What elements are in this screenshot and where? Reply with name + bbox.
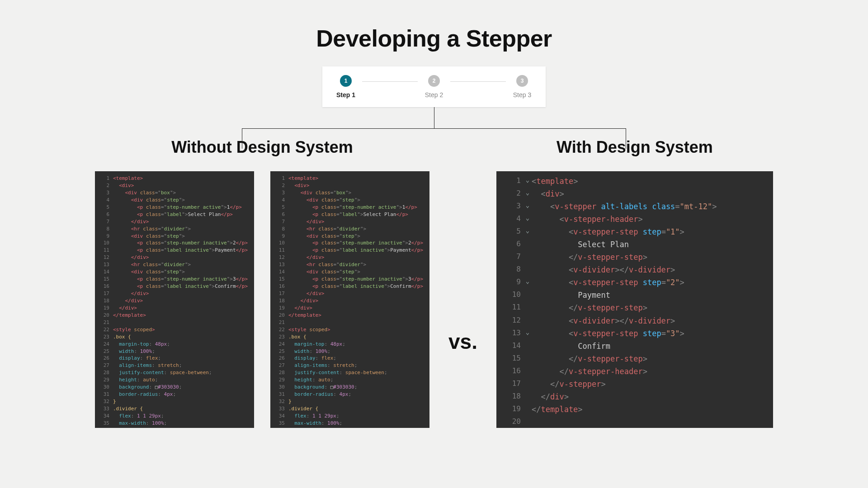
code-content: <p class="step-number inactive">3</p> <box>113 276 248 283</box>
line-number: 21 <box>95 319 113 326</box>
line-number: 8 <box>95 225 113 233</box>
code-content: display: flex; <box>288 355 336 362</box>
code-content: <v-stepper alt-labels class="mt-12"> <box>532 200 717 213</box>
line-number: 17 <box>496 378 524 390</box>
code-content: </div> <box>113 218 149 225</box>
step-label: Step 3 <box>513 91 531 99</box>
line-number: 35 <box>270 420 288 427</box>
code-line: 3⌄ <v-stepper alt-labels class="mt-12"> <box>496 200 773 213</box>
code-content: <div class="box"> <box>113 189 176 197</box>
code-content: margin-top: 48px; <box>288 341 345 348</box>
code-content: <div> <box>113 182 134 189</box>
code-line: 24 margin-top: 48px; <box>270 341 429 348</box>
code-content: <p class="label">Select Plan</p> <box>288 211 408 218</box>
code-line: 3 <div class="box"> <box>270 189 429 197</box>
line-number: 7 <box>95 218 113 225</box>
line-number: 20 <box>496 416 524 427</box>
code-editor-without-2: 1<template>2 <div>3 <div class="box">4 <… <box>270 171 429 428</box>
line-number: 21 <box>270 319 288 326</box>
line-number: 32 <box>270 398 288 405</box>
code-content: </template> <box>532 403 583 416</box>
code-line: 4⌄ <v-stepper-header> <box>496 213 773 225</box>
code-content: .divider { <box>288 405 318 413</box>
line-number: 11 <box>496 301 524 314</box>
line-number: 1 <box>95 175 113 182</box>
code-line: 16 </v-stepper-header> <box>496 365 773 378</box>
code-line: 6 <p class="label">Select Plan</p> <box>95 211 254 218</box>
code-line: 23.box { <box>270 333 429 341</box>
line-number: 33 <box>270 405 288 413</box>
line-number: 4 <box>496 213 524 225</box>
line-number: 25 <box>270 348 288 355</box>
code-content: <p class="step-number inactive">2</p> <box>113 239 248 247</box>
code-content: background: □#303030; <box>113 384 182 391</box>
code-line: 18 </div> <box>270 297 429 305</box>
fold-icon <box>524 390 532 403</box>
line-number: 26 <box>95 355 113 362</box>
with-column: With Design System 1⌄<template>2⌄ <div>3… <box>496 138 773 428</box>
code-line: 2 <div> <box>270 182 429 189</box>
code-content: <div class="box"> <box>288 189 351 197</box>
line-number: 33 <box>95 405 113 413</box>
code-editor-with: 1⌄<template>2⌄ <div>3⌄ <v-stepper alt-la… <box>496 171 773 428</box>
code-line: 9 <div class="step"> <box>270 233 429 240</box>
step-label: Step 2 <box>425 91 443 99</box>
line-number: 14 <box>270 268 288 276</box>
line-number: 18 <box>496 390 524 403</box>
code-content: <v-stepper-header> <box>532 213 643 225</box>
step-circle: 1 <box>340 75 352 87</box>
line-number: 3 <box>496 200 524 213</box>
line-number: 10 <box>270 239 288 247</box>
code-content: <hr class="divider"> <box>288 261 366 268</box>
code-line: 29 height: auto; <box>95 376 254 384</box>
code-content: </div> <box>113 297 143 305</box>
line-number: 5 <box>270 204 288 211</box>
code-line: 28 justify-content: space-between; <box>270 369 429 376</box>
line-number: 19 <box>270 305 288 312</box>
code-content: <p class="label inactive">Payment</p> <box>113 247 248 254</box>
code-line: 19 </div> <box>95 305 254 312</box>
code-line: 15 <p class="step-number inactive">3</p> <box>95 276 254 283</box>
line-number: 19 <box>95 305 113 312</box>
code-line: 7 </div> <box>270 218 429 225</box>
line-number: 8 <box>270 225 288 233</box>
line-number: 1 <box>496 175 524 188</box>
code-line: 11 <p class="label inactive">Payment</p> <box>270 247 429 254</box>
fold-icon <box>524 416 532 427</box>
step-2: 2 Step 2 <box>420 75 448 99</box>
code-content: <v-stepper-step step="3"> <box>532 327 684 340</box>
code-content: </template> <box>288 312 321 319</box>
fold-icon <box>524 352 532 365</box>
fold-icon: ⌄ <box>524 276 532 289</box>
line-number: 16 <box>496 365 524 378</box>
line-number: 27 <box>270 362 288 369</box>
step-circle: 3 <box>516 75 528 87</box>
code-line: 23.box { <box>95 333 254 341</box>
code-line: 14 <div class="step"> <box>95 268 254 276</box>
code-content: <div class="step"> <box>113 197 185 204</box>
code-line: 25 width: 100%; <box>95 348 254 355</box>
code-line: 22<style scoped> <box>95 326 254 333</box>
code-content: <div> <box>288 182 309 189</box>
step-connector <box>450 81 506 82</box>
line-number: 24 <box>95 341 113 348</box>
code-content: </v-stepper-header> <box>532 365 647 378</box>
code-line: 20</template> <box>95 312 254 319</box>
code-content: background: □#303030; <box>288 384 357 391</box>
code-line: 28 justify-content: space-between; <box>95 369 254 376</box>
code-line: 14 Confirm <box>496 340 773 352</box>
fold-icon <box>524 289 532 301</box>
code-content: <p class="step-number active">1</p> <box>113 204 242 211</box>
code-editor-without-1: 1<template>2 <div>3 <div class="box">4 <… <box>95 171 254 428</box>
line-number: 5 <box>95 204 113 211</box>
line-number: 19 <box>496 403 524 416</box>
fold-icon: ⌄ <box>524 188 532 200</box>
line-number: 20 <box>270 312 288 319</box>
code-line: 27 align-items: stretch; <box>270 362 429 369</box>
line-number: 29 <box>270 376 288 384</box>
code-line: 29 height: auto; <box>270 376 429 384</box>
code-line: 21 <box>95 319 254 326</box>
line-number: 17 <box>95 290 113 297</box>
fold-icon <box>524 365 532 378</box>
code-line: 13⌄ <v-stepper-step step="3"> <box>496 327 773 340</box>
